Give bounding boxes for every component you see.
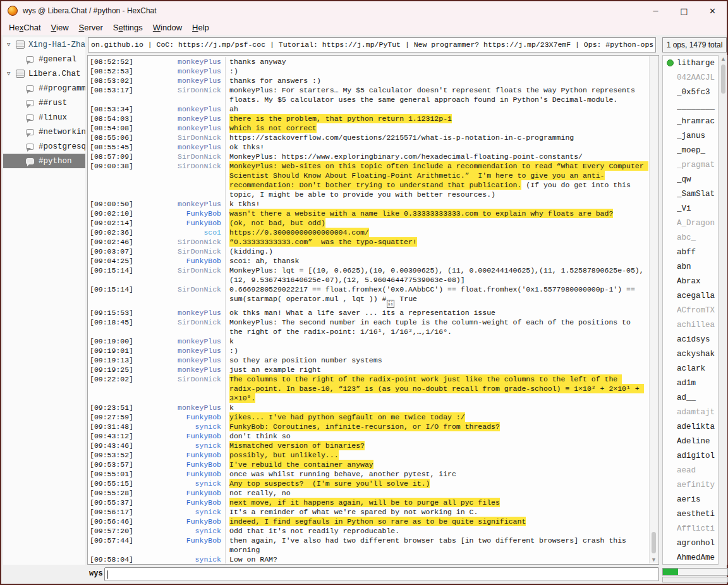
nick[interactable]: FunkyBob: [135, 450, 225, 460]
nick[interactable]: monkeyPlus: [135, 123, 225, 133]
message-link[interactable]: https://stackoverflow.com/questions/2215…: [229, 133, 574, 142]
nick[interactable]: FunkyBob: [135, 498, 225, 507]
user-list-item[interactable]: acidsys: [663, 332, 718, 347]
nick[interactable]: monkeyPlus: [135, 403, 225, 412]
user-list-item[interactable]: ackyshak: [663, 347, 718, 361]
chat-scrollbar[interactable]: ▼: [649, 56, 658, 563]
nick[interactable]: synick: [135, 479, 225, 488]
tree-item-libera.chat[interactable]: ▽Libera.Chat: [3, 66, 85, 81]
userlist-scrollbar-thumb[interactable]: [721, 65, 725, 94]
nick[interactable]: SirDonNick: [135, 133, 225, 142]
nick[interactable]: SirDonNick: [135, 374, 225, 403]
message-input[interactable]: [104, 567, 659, 581]
menu-view[interactable]: View: [46, 20, 74, 35]
user-list-item[interactable]: abc_: [663, 230, 718, 245]
nick[interactable]: FunkyBob: [135, 536, 225, 555]
nick[interactable]: monkeyPlus: [135, 199, 225, 209]
user-list-item[interactable]: _hramrac: [663, 114, 718, 128]
nick[interactable]: synick: [135, 441, 225, 450]
nick[interactable]: FunkyBob: [135, 256, 225, 266]
nick[interactable]: SirDonNick: [135, 247, 225, 256]
menu-help[interactable]: Help: [187, 20, 214, 35]
nick[interactable]: SirDonNick: [135, 161, 225, 199]
nick[interactable]: monkeyPlus: [135, 104, 225, 114]
nick[interactable]: FunkyBob: [135, 209, 225, 218]
user-list-item[interactable]: aeris: [663, 492, 718, 507]
tree-item-rust[interactable]: ##rust: [3, 95, 85, 110]
nick[interactable]: FunkyBob: [135, 469, 225, 479]
user-list-item[interactable]: _moep_: [663, 143, 718, 157]
user-list-item[interactable]: aclark: [663, 361, 718, 376]
menu-hexchat[interactable]: HexChat: [4, 20, 46, 35]
topic-input[interactable]: on.github.io | CoC: https://j.mp/psf-coc…: [88, 37, 656, 52]
expander-arrow-icon[interactable]: ▽: [7, 70, 16, 77]
nick[interactable]: SirDonNick: [135, 285, 225, 308]
nick[interactable]: monkeyPlus: [135, 57, 225, 66]
nick[interactable]: SirDonNick: [135, 152, 225, 161]
nick[interactable]: SirDonNick: [135, 266, 225, 285]
nick[interactable]: SirDonNick: [135, 317, 225, 336]
nick[interactable]: FunkyBob: [135, 517, 225, 526]
tree-item-networking[interactable]: #networking: [3, 125, 85, 139]
nick[interactable]: sco1: [135, 228, 225, 237]
user-list-item[interactable]: _janus: [663, 128, 718, 143]
user-list-item[interactable]: adelikta: [663, 419, 718, 434]
user-list-item[interactable]: ________: [663, 99, 718, 114]
user-list-item[interactable]: _Vi: [663, 201, 718, 216]
user-list-item[interactable]: acegalla: [663, 288, 718, 303]
nick[interactable]: FunkyBob: [135, 412, 225, 422]
user-list-item[interactable]: aead: [663, 463, 718, 477]
user-list-item[interactable]: achillea: [663, 317, 718, 332]
user-list-item[interactable]: ad1m: [663, 376, 718, 390]
maximize-button[interactable]: □: [670, 1, 698, 20]
user-list-item[interactable]: abff: [663, 245, 718, 259]
user-list-item[interactable]: _pragmat: [663, 157, 718, 172]
nick[interactable]: monkeyPlus: [135, 142, 225, 152]
user-list-item[interactable]: aefinity: [663, 477, 718, 492]
minimize-button[interactable]: ─: [641, 1, 670, 20]
nick[interactable]: monkeyPlus: [135, 308, 225, 317]
user-list-item[interactable]: ad__: [663, 390, 718, 405]
tree-item-programming[interactable]: ##programming: [3, 81, 85, 95]
close-button[interactable]: ✕: [698, 1, 727, 20]
message-link[interactable]: MonkeyPlus: https://www.exploringbinary.…: [229, 152, 583, 161]
user-list-item[interactable]: adamtajt: [663, 405, 718, 419]
nick[interactable]: monkeyPlus: [135, 114, 225, 123]
menu-server[interactable]: Server: [74, 20, 108, 35]
scroll-down-arrow-icon[interactable]: ▼: [650, 557, 658, 563]
menu-window[interactable]: Window: [148, 20, 187, 35]
user-list-item[interactable]: Abrax: [663, 274, 718, 288]
nick[interactable]: monkeyPlus: [135, 76, 225, 85]
nick[interactable]: SirDonNick: [135, 85, 225, 104]
nick[interactable]: FunkyBob: [135, 218, 225, 228]
user-list-item[interactable]: 042AACJL: [663, 70, 718, 85]
user-list-item[interactable]: AhmedAme: [663, 550, 718, 565]
nick[interactable]: FunkyBob: [135, 431, 225, 441]
user-list-item[interactable]: Afflicti: [663, 521, 718, 536]
nick[interactable]: monkeyPlus: [135, 355, 225, 365]
user-list-item[interactable]: _SamSlat: [663, 187, 718, 201]
user-list-item[interactable]: A_Dragon: [663, 216, 718, 230]
user-list-item[interactable]: litharge: [663, 56, 718, 70]
nick[interactable]: monkeyPlus: [135, 336, 225, 346]
expander-arrow-icon[interactable]: ▽: [7, 41, 16, 48]
nick[interactable]: FunkyBob: [135, 460, 225, 469]
tree-item-general[interactable]: #general: [3, 52, 85, 66]
tree-item-python[interactable]: #python: [3, 154, 85, 168]
user-list-item[interactable]: adigitol: [663, 448, 718, 463]
tree-item-xing-hai-zhai[interactable]: ▽Xing-Hai-Zhai: [3, 37, 85, 52]
user-list-item[interactable]: agronhol: [663, 536, 718, 550]
chat-scrollbar-thumb[interactable]: [652, 532, 656, 553]
nick[interactable]: FunkyBob: [135, 488, 225, 498]
nick[interactable]: monkeyPlus: [135, 346, 225, 355]
user-list-item[interactable]: abn: [663, 259, 718, 274]
user-list-item[interactable]: Adeline: [663, 434, 718, 448]
user-list-item[interactable]: _0x5fc3: [663, 85, 718, 99]
nick[interactable]: synick: [135, 507, 225, 517]
user-list-item[interactable]: _qw: [663, 172, 718, 187]
user-list-item[interactable]: aestheti: [663, 507, 718, 521]
nick[interactable]: monkeyPlus: [135, 66, 225, 76]
user-list-item[interactable]: ACfromTX: [663, 303, 718, 317]
nick[interactable]: SirDonNick: [135, 237, 225, 247]
scroll-up-arrow-icon[interactable]: ▲: [719, 56, 727, 62]
